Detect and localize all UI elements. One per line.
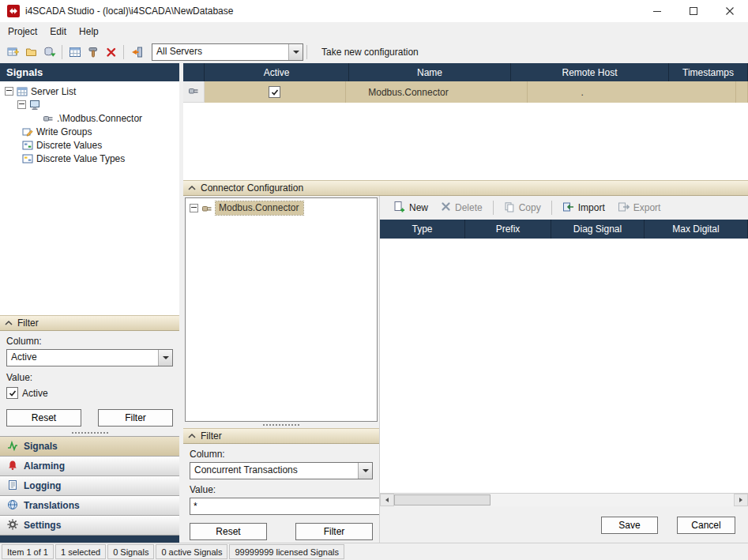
cell-remote-host[interactable]: .: [528, 81, 736, 103]
sidebar-filter-header[interactable]: Filter: [0, 315, 179, 331]
column-header-prefix[interactable]: Prefix: [465, 220, 551, 239]
connector-grid-header: Type Prefix Diag Signal Max Digital: [380, 220, 748, 239]
nav-item-signals[interactable]: Signals: [0, 436, 179, 456]
connector-filter-column-select[interactable]: Concurrent Transactions: [190, 462, 373, 479]
filter-column-dropdown-icon[interactable]: [158, 350, 172, 366]
nav-item-settings[interactable]: Settings: [0, 515, 179, 535]
column-header-name[interactable]: Name: [349, 63, 511, 81]
menu-help[interactable]: Help: [73, 24, 105, 39]
cell-active[interactable]: [205, 81, 347, 103]
connector-action-buttons: Save Cancel: [380, 506, 748, 543]
build-hammer-icon[interactable]: [84, 43, 102, 62]
tree-node-write-groups[interactable]: Write Groups: [0, 125, 179, 138]
filter-active-checkbox-row[interactable]: Active: [6, 387, 173, 399]
collapse-chevron-icon[interactable]: [5, 318, 13, 329]
collapse-toggle-icon[interactable]: [17, 100, 26, 109]
tree-node-server[interactable]: [0, 98, 179, 111]
tree-node-connector[interactable]: .\Modbus.Connector: [0, 111, 179, 125]
toolbar-separator: [551, 201, 552, 215]
column-header-max-digital[interactable]: Max Digital: [645, 220, 748, 239]
toolbar-separator: [62, 45, 62, 59]
connector-filter-header[interactable]: Filter: [183, 428, 379, 444]
scrollbar-thumb[interactable]: [394, 494, 491, 506]
nav-item-alarming[interactable]: Alarming: [0, 456, 179, 475]
column-header-timestamps[interactable]: Timestamps: [669, 63, 748, 81]
row-selector-cell[interactable]: [183, 81, 205, 103]
signals-table-icon[interactable]: [66, 43, 84, 62]
column-header-active[interactable]: Active: [205, 63, 349, 81]
titlebar: i4SCADA Studio - (local)\i4SCADA\NewData…: [0, 0, 748, 22]
menu-project[interactable]: Project: [2, 24, 43, 39]
export-button[interactable]: Export: [612, 199, 667, 216]
connector-tree-node-label[interactable]: Modbus.Connector: [216, 201, 303, 215]
reset-button[interactable]: Reset: [6, 409, 81, 427]
horizontal-scrollbar[interactable]: [380, 493, 748, 506]
copy-label: Copy: [519, 202, 541, 213]
tree-node-server-list[interactable]: Server List: [0, 85, 179, 98]
save-button[interactable]: Save: [601, 517, 658, 534]
statusbar: Item 1 of 1 1 selected 0 Signals 0 activ…: [0, 543, 748, 560]
server-selector-dropdown-icon[interactable]: [288, 44, 303, 60]
nav-item-translations[interactable]: Translations: [0, 495, 179, 515]
filter-button[interactable]: Filter: [98, 409, 173, 427]
exit-icon[interactable]: [127, 43, 145, 62]
tree-filter-splitter-handle[interactable]: [183, 422, 379, 428]
active-checkbox[interactable]: [269, 86, 280, 98]
collapse-toggle-icon[interactable]: [190, 204, 198, 212]
tree-node-label: Discrete Value Types: [36, 153, 125, 164]
copy-connector-button[interactable]: Copy: [498, 200, 547, 216]
connector-configuration-header[interactable]: Connector Configuration: [183, 180, 748, 196]
signals-table-row[interactable]: Modbus.Connector . System timestam: [183, 81, 748, 103]
collapse-toggle-icon[interactable]: [5, 87, 13, 96]
take-new-configuration-button[interactable]: Take new configuration: [310, 47, 430, 58]
connector-filter-value-input[interactable]: [190, 498, 381, 515]
signals-icon: [7, 440, 18, 453]
database-import-icon[interactable]: [40, 43, 58, 62]
cell-timestamps[interactable]: System timestam: [736, 81, 748, 103]
connector-filter-dropdown-icon[interactable]: [358, 463, 372, 479]
connector-filter-column-value: Concurrent Transactions: [190, 463, 358, 479]
connector-detail-panel: New Delete Copy: [379, 196, 748, 543]
logging-notebook-icon: [7, 479, 18, 493]
tree-node-discrete-value-types[interactable]: Discrete Value Types: [0, 152, 179, 165]
export-label: Export: [633, 202, 661, 213]
filter-column-select[interactable]: Active: [6, 349, 173, 366]
filter-button[interactable]: Filter: [295, 523, 373, 540]
connector-configuration-title: Connector Configuration: [201, 182, 303, 194]
scroll-right-icon[interactable]: [734, 494, 748, 506]
server-selector[interactable]: All Servers: [152, 43, 303, 61]
nav-item-label: Translations: [24, 500, 80, 511]
status-selected-count: 1 selected: [55, 544, 106, 559]
toolbar-separator: [123, 45, 124, 59]
column-header-diag-signal[interactable]: Diag Signal: [551, 220, 645, 239]
tree-node-discrete-values[interactable]: Discrete Values: [0, 138, 179, 152]
import-button[interactable]: Import: [557, 199, 611, 216]
open-folder-icon[interactable]: [22, 43, 40, 62]
scroll-left-icon[interactable]: [380, 494, 394, 506]
sidebar-filter-body: Column: Active Value: Active Reset Filte…: [0, 331, 179, 430]
delete-x-icon[interactable]: [102, 43, 120, 62]
cell-name[interactable]: Modbus.Connector: [346, 81, 527, 103]
new-connector-button[interactable]: New: [388, 199, 434, 216]
filter-column-label: Column:: [190, 449, 373, 460]
sidebar-splitter-handle[interactable]: [0, 430, 179, 436]
column-header-remote-host[interactable]: Remote Host: [511, 63, 669, 81]
status-active-signal-count: 0 active Signals: [156, 544, 227, 559]
menu-edit[interactable]: Edit: [43, 24, 73, 39]
connector-tree-node[interactable]: Modbus.Connector: [186, 201, 377, 215]
reset-button[interactable]: Reset: [190, 523, 267, 540]
active-checkbox[interactable]: [6, 387, 18, 399]
nav-item-logging[interactable]: Logging: [0, 475, 179, 495]
maximize-button[interactable]: [675, 0, 712, 22]
cancel-button[interactable]: Cancel: [677, 517, 735, 534]
collapse-chevron-icon[interactable]: [188, 182, 196, 194]
column-header-type[interactable]: Type: [380, 220, 465, 239]
close-button[interactable]: [712, 0, 748, 22]
collapse-chevron-icon[interactable]: [188, 430, 196, 442]
scrollbar-track[interactable]: [491, 494, 734, 506]
new-configuration-icon[interactable]: [4, 43, 22, 62]
delete-connector-button[interactable]: Delete: [435, 200, 488, 216]
toolbar-separator: [306, 45, 307, 59]
sidebar-filter-buttons: Reset Filter: [6, 409, 173, 427]
minimize-button[interactable]: [639, 0, 675, 22]
